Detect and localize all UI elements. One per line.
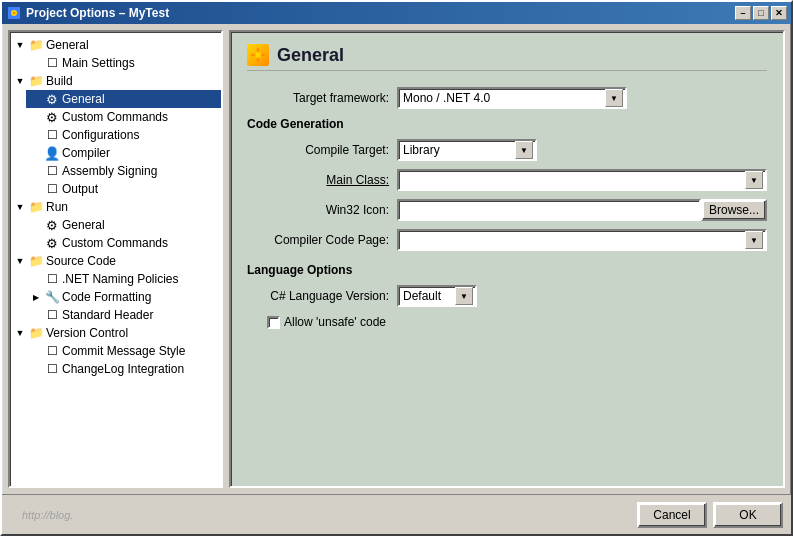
- label-run: Run: [46, 200, 68, 214]
- tree-item-run-custom[interactable]: ⚙ Custom Commands: [26, 234, 221, 252]
- allow-unsafe-checkbox[interactable]: [267, 316, 280, 329]
- spacer2: [28, 91, 44, 107]
- compile-target-dropdown[interactable]: Library ▼: [397, 139, 537, 161]
- tree-item-run[interactable]: ▼ 📁 Run: [10, 198, 221, 216]
- toggle-vc[interactable]: ▼: [12, 325, 28, 341]
- csharp-version-dropdown[interactable]: Default ▼: [397, 285, 477, 307]
- tree-item-standard-header[interactable]: ☐ Standard Header: [26, 306, 221, 324]
- main-class-dropdown[interactable]: ▼: [397, 169, 767, 191]
- right-panel: General Target framework: Mono / .NET 4.…: [229, 30, 785, 488]
- compiler-code-page-row: Compiler Code Page: ▼: [247, 229, 767, 251]
- tree-item-source-code[interactable]: ▼ 📁 Source Code: [10, 252, 221, 270]
- label-code-formatting: Code Formatting: [62, 290, 151, 304]
- checkbox-icon-output: ☐: [44, 181, 60, 197]
- maximize-button[interactable]: □: [753, 6, 769, 20]
- window-content: ▼ 📁 General ☐ Main Settings ▼ 📁 Build ⚙ …: [2, 24, 791, 494]
- language-options-title: Language Options: [247, 263, 767, 277]
- main-class-chevron[interactable]: ▼: [745, 171, 763, 189]
- label-general-root: General: [46, 38, 89, 52]
- label-output: Output: [62, 182, 98, 196]
- label-commit-message: Commit Message Style: [62, 344, 185, 358]
- target-framework-dropdown[interactable]: Mono / .NET 4.0 ▼: [397, 87, 627, 109]
- title-bar-buttons: – □ ✕: [735, 6, 787, 20]
- watermark-text: http://blog.: [10, 509, 631, 521]
- tree-item-main-settings[interactable]: ☐ Main Settings: [26, 54, 221, 72]
- target-framework-chevron[interactable]: ▼: [605, 89, 623, 107]
- win32-icon-label: Win32 Icon:: [247, 203, 397, 217]
- label-compiler: Compiler: [62, 146, 110, 160]
- csharp-version-chevron[interactable]: ▼: [455, 287, 473, 305]
- tree-item-configurations[interactable]: ☐ Configurations: [26, 126, 221, 144]
- tree-item-general-root[interactable]: ▼ 📁 General: [10, 36, 221, 54]
- toggle-run[interactable]: ▼: [12, 199, 28, 215]
- compile-target-label: Compile Target:: [247, 143, 397, 157]
- tree-item-compiler[interactable]: 👤 Compiler: [26, 144, 221, 162]
- spacer9: [28, 235, 44, 251]
- gear-icon-build-general: ⚙: [44, 91, 60, 107]
- tree-item-custom-commands[interactable]: ⚙ Custom Commands: [26, 108, 221, 126]
- label-source-code: Source Code: [46, 254, 116, 268]
- spacer10: [28, 271, 44, 287]
- compiler-code-page-label: Compiler Code Page:: [247, 233, 397, 247]
- browse-button[interactable]: Browse...: [701, 199, 767, 221]
- bottom-bar: http://blog. Cancel OK: [2, 494, 791, 534]
- tree-item-assembly-signing[interactable]: ☐ Assembly Signing: [26, 162, 221, 180]
- folder-icon-source: 📁: [28, 253, 44, 269]
- label-run-general: General: [62, 218, 105, 232]
- tree-item-output[interactable]: ☐ Output: [26, 180, 221, 198]
- tree-item-version-control[interactable]: ▼ 📁 Version Control: [10, 324, 221, 342]
- main-class-row: Main Class: ▼: [247, 169, 767, 191]
- svg-point-2: [13, 12, 16, 15]
- label-assembly-signing: Assembly Signing: [62, 164, 157, 178]
- checkbox-icon-naming: ☐: [44, 271, 60, 287]
- code-generation-block: Code Generation Compile Target: Library …: [247, 117, 767, 251]
- folder-icon-vc: 📁: [28, 325, 44, 341]
- code-icon-formatting: 🔧: [44, 289, 60, 305]
- csharp-version-row: C# Language Version: Default ▼: [247, 285, 767, 307]
- checkbox-icon-changelog: ☐: [44, 361, 60, 377]
- tree-item-run-general[interactable]: ⚙ General: [26, 216, 221, 234]
- tree-item-net-naming[interactable]: ☐ .NET Naming Policies: [26, 270, 221, 288]
- win32-icon-input-group: Browse...: [397, 199, 767, 221]
- label-build-general: General: [62, 92, 105, 106]
- compiler-code-page-chevron[interactable]: ▼: [745, 231, 763, 249]
- gear-icon-run-general: ⚙: [44, 217, 60, 233]
- toggle-build[interactable]: ▼: [12, 73, 28, 89]
- cancel-button[interactable]: Cancel: [637, 502, 707, 528]
- label-main-settings: Main Settings: [62, 56, 135, 70]
- checkbox-icon-commit: ☐: [44, 343, 60, 359]
- compiler-code-page-dropdown[interactable]: ▼: [397, 229, 767, 251]
- tree-item-commit-message[interactable]: ☐ Commit Message Style: [26, 342, 221, 360]
- ok-button[interactable]: OK: [713, 502, 783, 528]
- toggle-general[interactable]: ▼: [12, 37, 28, 53]
- win32-icon-row: Win32 Icon: Browse...: [247, 199, 767, 221]
- tree-item-code-formatting[interactable]: ▶ 🔧 Code Formatting: [26, 288, 221, 306]
- tree-item-build-general[interactable]: ⚙ General: [26, 90, 221, 108]
- checkbox-icon-assembly: ☐: [44, 163, 60, 179]
- folder-icon-build: 📁: [28, 73, 44, 89]
- compile-target-chevron[interactable]: ▼: [515, 141, 533, 159]
- spacer4: [28, 127, 44, 143]
- checkbox-icon-header: ☐: [44, 307, 60, 323]
- person-icon-compiler: 👤: [44, 145, 60, 161]
- allow-unsafe-row: Allow 'unsafe' code: [267, 315, 767, 329]
- checkbox-icon: ☐: [44, 55, 60, 71]
- close-button[interactable]: ✕: [771, 6, 787, 20]
- tree-item-changelog[interactable]: ☐ ChangeLog Integration: [26, 360, 221, 378]
- gear-icon-run-custom: ⚙: [44, 235, 60, 251]
- section-title-text: General: [277, 45, 344, 66]
- label-standard-header: Standard Header: [62, 308, 153, 322]
- target-framework-label: Target framework:: [247, 91, 397, 105]
- spacer7: [28, 181, 44, 197]
- label-configurations: Configurations: [62, 128, 139, 142]
- tree-item-build[interactable]: ▼ 📁 Build: [10, 72, 221, 90]
- toggle-source[interactable]: ▼: [12, 253, 28, 269]
- title-bar-icon: [6, 5, 22, 21]
- folder-icon: 📁: [28, 37, 44, 53]
- tree-panel: ▼ 📁 General ☐ Main Settings ▼ 📁 Build ⚙ …: [8, 30, 223, 488]
- win32-icon-input[interactable]: [397, 199, 701, 221]
- minimize-button[interactable]: –: [735, 6, 751, 20]
- window-title: Project Options – MyTest: [26, 6, 735, 20]
- toggle-code-fmt[interactable]: ▶: [28, 289, 44, 305]
- spacer: [28, 55, 44, 71]
